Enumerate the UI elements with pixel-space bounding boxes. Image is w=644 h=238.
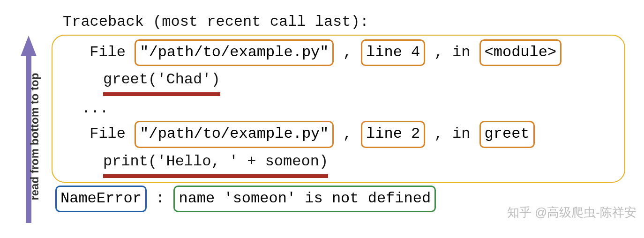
exception-message-box: name 'someon' is not defined xyxy=(173,186,436,213)
file-keyword: File xyxy=(90,125,135,142)
traceback-header: Traceback (most recent call last): xyxy=(63,10,625,34)
function-name-box: greet xyxy=(479,121,535,148)
separator: , in xyxy=(434,44,479,61)
frames-ellipsis: ... xyxy=(82,97,616,120)
read-direction-arrow: read from bottom to top xyxy=(14,37,44,225)
diagram-root: read from bottom to top Traceback (most … xyxy=(0,0,644,224)
frame-0-source: greet('Chad') xyxy=(61,66,616,97)
file-path-box: "/path/to/example.py" xyxy=(135,121,334,148)
frame-1-source: print('Hello, ' + someon) xyxy=(61,148,616,179)
function-name-box: <module> xyxy=(479,39,562,67)
watermark: 知乎 @高级爬虫-陈祥安 xyxy=(507,203,637,222)
separator: , xyxy=(343,44,361,61)
file-path-box: "/path/to/example.py" xyxy=(135,39,334,67)
source-line: print('Hello, ' + someon) xyxy=(103,150,328,178)
line-number-box: line 2 xyxy=(361,121,425,148)
frame-0-line: File "/path/to/example.py" , line 4 , in… xyxy=(61,38,616,67)
stack-frames-box: File "/path/to/example.py" , line 4 , in… xyxy=(52,35,625,183)
separator: , in xyxy=(434,125,479,142)
arrow-caption: read from bottom to top xyxy=(26,73,43,200)
source-line: greet('Chad') xyxy=(103,68,220,96)
separator: : xyxy=(156,190,173,207)
exception-type-box: NameError xyxy=(55,186,147,213)
frame-1-line: File "/path/to/example.py" , line 2 , in… xyxy=(61,120,616,148)
separator: , xyxy=(343,125,361,142)
file-keyword: File xyxy=(90,44,135,61)
line-number-box: line 4 xyxy=(361,39,425,67)
